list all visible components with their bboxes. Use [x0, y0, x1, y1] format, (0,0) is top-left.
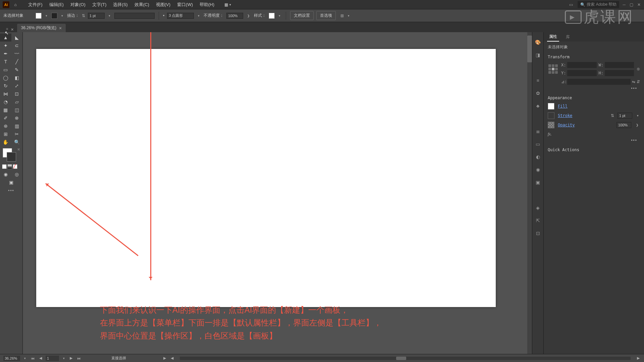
- transparency-panel-icon[interactable]: ≣: [535, 128, 541, 135]
- zoom-input[interactable]: [3, 356, 20, 361]
- arrange-docs-icon[interactable]: ▭: [569, 2, 573, 7]
- symbols-panel-icon[interactable]: ♣: [535, 103, 541, 109]
- prev-artboard-icon[interactable]: ◀: [38, 356, 43, 360]
- appearance-opacity-swatch[interactable]: [548, 122, 554, 128]
- tab-close-icon[interactable]: ×: [59, 25, 62, 31]
- line-tool[interactable]: ╱: [11, 58, 23, 66]
- shape-builder-tool[interactable]: ◔: [0, 98, 11, 106]
- swatches-panel-icon[interactable]: ◨: [535, 52, 541, 58]
- canvas-area[interactable]: 下面我们来认识一下AI的操作界面，点击AI界面的【新建】一个画板， 在界面上方是…: [23, 32, 532, 354]
- close-icon[interactable]: ✕: [637, 2, 641, 7]
- appearance-stroke-link[interactable]: Stroke: [558, 113, 572, 118]
- stroke-dropdown-icon[interactable]: ▾: [60, 14, 64, 17]
- link-wh-icon[interactable]: ⊗: [637, 67, 640, 71]
- shaper-tool[interactable]: ◯: [0, 74, 11, 82]
- brush-definition-input[interactable]: [114, 13, 155, 19]
- appearance-opacity-input[interactable]: [616, 122, 631, 128]
- color-mode-fill[interactable]: [2, 164, 7, 169]
- width-dropdown-icon[interactable]: ▾: [197, 14, 201, 17]
- menu-select[interactable]: 选择(S): [110, 0, 131, 9]
- fill-dropdown-icon[interactable]: ▾: [44, 14, 49, 17]
- stroke-swatch[interactable]: [51, 13, 57, 19]
- graph-tool[interactable]: ▥: [11, 122, 23, 130]
- workspace-switcher[interactable]: ▦ ▾: [224, 2, 231, 7]
- direct-selection-tool[interactable]: ◣: [11, 34, 23, 42]
- style-swatch[interactable]: [269, 13, 275, 19]
- panel-close-icon[interactable]: ×: [11, 27, 13, 32]
- paintbrush-tool[interactable]: ✎: [11, 66, 23, 74]
- maximize-icon[interactable]: ▢: [630, 2, 633, 7]
- hand-tool[interactable]: ✋: [0, 138, 11, 146]
- zoom-dropdown-icon[interactable]: ▾: [23, 357, 27, 360]
- document-tab[interactable]: 36.26% (RGB/预览) ×: [17, 24, 66, 32]
- menu-help[interactable]: 帮助(H): [196, 0, 218, 9]
- menu-view[interactable]: 视图(V): [153, 0, 174, 9]
- stroke-unit-dropdown-icon[interactable]: ▾: [107, 14, 112, 17]
- reference-point-picker[interactable]: [548, 64, 558, 74]
- pen-tool[interactable]: ✒: [0, 50, 11, 58]
- blend-tool[interactable]: ⊗: [11, 114, 23, 122]
- artboard[interactable]: [36, 49, 496, 307]
- flip-h-icon[interactable]: ⇋: [632, 79, 635, 84]
- opacity-input[interactable]: [226, 13, 243, 19]
- eyedropper-tool[interactable]: ✐: [0, 114, 11, 122]
- appearance-fill-swatch[interactable]: [548, 103, 554, 110]
- tab-properties[interactable]: 属性: [547, 33, 559, 42]
- zoom-tool[interactable]: 🔍: [11, 138, 23, 146]
- type-tool[interactable]: T: [0, 58, 11, 66]
- rectangle-tool[interactable]: ▭: [0, 66, 11, 74]
- opacity-dropdown-icon[interactable]: ❯: [246, 14, 251, 17]
- appearance-stroke-swatch[interactable]: [548, 112, 554, 119]
- brushes-panel-icon[interactable]: ✿: [535, 90, 541, 97]
- transform-more-icon[interactable]: •••: [548, 85, 640, 92]
- color-mode-none[interactable]: ╱: [13, 164, 17, 169]
- last-artboard-icon[interactable]: ⏭: [76, 356, 82, 360]
- menu-type[interactable]: 文字(T): [89, 0, 110, 9]
- transform-h-input[interactable]: [605, 70, 634, 76]
- rotate-tool[interactable]: ↻: [0, 82, 11, 90]
- stroke-stepper-icon[interactable]: ⇅: [82, 13, 85, 18]
- draw-mode-behind[interactable]: ◎: [11, 170, 23, 178]
- transform-angle-input[interactable]: [567, 79, 631, 85]
- first-artboard-icon[interactable]: ⏮: [30, 356, 36, 360]
- pathfinder-panel-icon[interactable]: ◐: [535, 154, 541, 160]
- asset-export-panel-icon[interactable]: ⇱: [535, 217, 541, 224]
- selection-tool[interactable]: ▲: [0, 34, 11, 42]
- align-icon[interactable]: ⊞: [340, 13, 344, 18]
- magic-wand-tool[interactable]: ✦: [0, 42, 11, 50]
- appearance-opacity-link[interactable]: Opacity: [558, 123, 575, 127]
- tab-library[interactable]: 库: [564, 33, 572, 41]
- width-tool[interactable]: ⋈: [0, 90, 11, 98]
- transform-y-input[interactable]: [567, 70, 597, 76]
- perspective-tool[interactable]: ▱: [11, 98, 23, 106]
- layers-panel-icon[interactable]: ◈: [535, 204, 541, 211]
- appearance-fill-link[interactable]: Fill: [558, 104, 568, 109]
- fx-button[interactable]: fx.: [548, 132, 640, 137]
- style-dropdown-icon[interactable]: ▾: [277, 14, 282, 17]
- free-transform-tool[interactable]: ⊡: [11, 90, 23, 98]
- menu-window[interactable]: 窗口(W): [174, 0, 196, 9]
- menu-effect[interactable]: 效果(C): [131, 0, 153, 9]
- appearance-stroke-input[interactable]: [618, 113, 632, 119]
- lasso-tool[interactable]: ⊂: [11, 42, 23, 50]
- align-dropdown-icon[interactable]: ▾: [346, 14, 351, 17]
- appearance-more-icon[interactable]: •••: [548, 137, 640, 144]
- stroke-panel-icon[interactable]: ≡: [535, 77, 541, 84]
- scale-tool[interactable]: ⤢: [11, 82, 23, 90]
- minimize-icon[interactable]: ─: [623, 2, 626, 7]
- fill-swatch[interactable]: [36, 13, 42, 19]
- artboard-number-input[interactable]: [46, 356, 59, 361]
- preferences-button[interactable]: 首选项: [316, 11, 336, 20]
- artboard-tool[interactable]: ⊞: [0, 130, 11, 138]
- eraser-tool[interactable]: ◧: [11, 74, 23, 82]
- draw-mode-normal[interactable]: ◉: [0, 170, 11, 178]
- variable-width-input[interactable]: [167, 13, 194, 19]
- graphic-styles-panel-icon[interactable]: ▣: [535, 179, 541, 186]
- vertical-scrollbar[interactable]: [527, 32, 532, 354]
- swap-colors-icon[interactable]: ⤭: [17, 147, 20, 151]
- artboard-dropdown-icon[interactable]: ▾: [62, 357, 66, 360]
- transform-w-input[interactable]: [605, 62, 634, 68]
- slice-tool[interactable]: ✂: [11, 130, 23, 138]
- screen-mode-icon[interactable]: ▣: [6, 178, 17, 186]
- symbol-sprayer-tool[interactable]: ⊛: [0, 122, 11, 130]
